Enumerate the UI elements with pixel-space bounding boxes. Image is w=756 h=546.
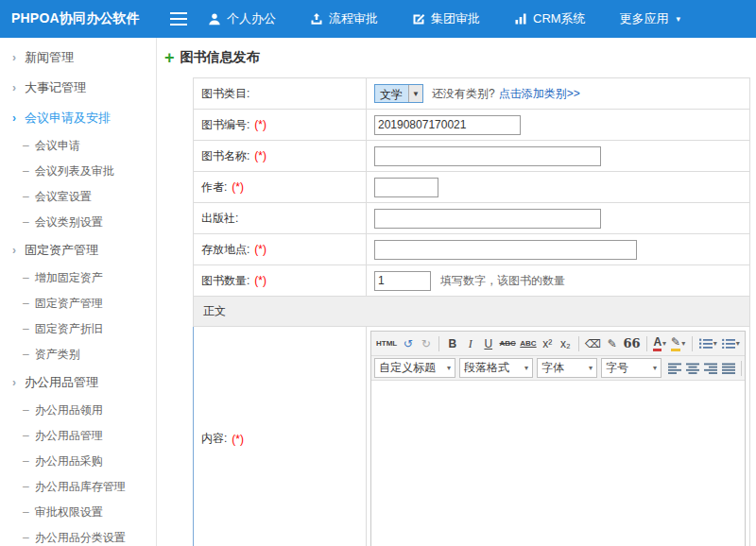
sidebar-item[interactable]: –固定资产管理 [0,291,156,316]
custom-title-select[interactable]: 自定义标题▾ [374,358,455,378]
superscript-button[interactable]: x² [539,334,557,353]
sidebar-group[interactable]: ›办公用品管理 [0,367,156,398]
caret-down-icon: ▾ [653,364,657,372]
undo-button[interactable]: ↺ [399,334,417,353]
align-left-button[interactable] [665,359,683,378]
dash-icon: – [23,322,29,335]
text-input[interactable] [374,271,431,291]
align-justify-button[interactable] [719,359,737,378]
highlight-color-button-glyph: ✎ [671,336,680,351]
sidebar-group-label: 固定资产管理 [25,242,98,259]
paragraph-format-select[interactable]: 段落格式▾ [459,358,533,378]
dash-icon: – [23,454,29,468]
sidebar-item-label: 增加固定资产 [35,271,103,284]
blockquote-button[interactable]: 66 [621,334,642,353]
superscript-button-glyph: x² [542,338,552,350]
subscript-button[interactable]: x₂ [557,334,575,353]
spellcheck-button[interactable]: ABC [518,334,539,353]
strikethrough-button[interactable]: ABC [497,334,518,353]
editor-content-area[interactable] [371,381,745,546]
toolbar-separator [646,336,647,351]
body-section-bar: 正文 [194,297,749,327]
dash-icon: – [23,215,29,229]
sidebar-item[interactable]: –办公用品领用 [0,398,156,423]
content-field-label: 内容: (*) [194,327,367,546]
nav-item-4[interactable]: CRM系统 [514,10,586,27]
book-form: 图书类目:文学▼还没有类别?点击添加类别>>图书编号:(*)图书名称:(*)作者… [193,77,750,546]
toolbar-separator [692,336,693,351]
add-plus-icon: + [164,51,175,64]
font-color-button[interactable]: A▾ [651,334,669,353]
sidebar-item[interactable]: –审批权限设置 [0,500,156,525]
font-family-select[interactable]: 字体▾ [537,358,597,378]
sidebar-item[interactable]: –办公用品管理 [0,423,156,449]
font-color-button-glyph: A [653,336,662,351]
sidebar-group[interactable]: ›大事记管理 [0,73,156,103]
sidebar-item[interactable]: –办公用品采购 [0,449,156,474]
sidebar-menu: ›新闻管理›大事记管理›会议申请及安排–会议申请–会议列表及审批–会议室设置–会… [0,38,157,546]
underline-button-glyph: U [484,338,492,350]
nav-item-1[interactable]: 个人办公 [208,10,276,27]
sidebar-item-label: 固定资产折旧 [35,322,103,335]
html-source-button[interactable]: HTML [374,334,399,353]
redo-button[interactable]: ↻ [417,334,435,353]
unordered-list-button[interactable]: ▾ [719,334,742,353]
remove-format-button[interactable]: ⌫ [583,334,603,353]
dash-icon: – [23,505,29,519]
text-input[interactable] [374,115,521,135]
bold-button[interactable]: B [443,334,461,353]
sidebar-group[interactable]: ›新闻管理 [0,43,156,73]
sidebar-item[interactable]: –会议类别设置 [0,210,156,235]
format-painter-button-glyph: ✎ [608,338,617,350]
align-right-button[interactable] [701,359,719,378]
sidebar-item[interactable]: –资产类别 [0,342,156,367]
caret-down-icon: ▾ [662,339,666,348]
sidebar-item-label: 会议申请 [35,139,80,152]
text-input[interactable] [374,146,601,166]
sidebar-group[interactable]: ›会议申请及安排 [0,103,156,133]
sidebar-group[interactable]: ›固定资产管理 [0,235,156,265]
category-select-value: 文学 [375,85,408,102]
text-input[interactable] [374,240,637,260]
nav-item-5[interactable]: 更多应用▾ [620,10,681,27]
sidebar-item[interactable]: –会议申请 [0,133,156,159]
sidebar-item-label: 会议列表及审批 [35,164,114,178]
sidebar-item[interactable]: –办公用品分类设置 [0,525,156,546]
field-label-text: 存放地点: [201,242,249,258]
page-title: + 图书信息发布 [164,47,750,77]
sidebar-item[interactable]: –会议室设置 [0,184,156,210]
form-row: 存放地点:(*) [194,234,749,265]
align-center-button[interactable] [683,359,701,378]
italic-button[interactable]: I [461,334,479,353]
field-label: 图书名称:(*) [194,141,367,171]
sidebar-item[interactable]: –会议列表及审批 [0,159,156,184]
format-painter-button[interactable]: ✎ [603,334,621,353]
caret-down-icon: ▾ [736,339,740,348]
nav-item-3[interactable]: 集团审批 [412,10,480,27]
underline-button[interactable]: U [479,334,497,353]
field-label-text: 作者: [201,179,227,196]
app-logo: PHPOA协同办公软件 [0,10,157,27]
form-row: 图书编号:(*) [194,110,749,141]
font-size-select[interactable]: 字号▾ [601,358,662,378]
highlight-color-button[interactable]: ✎▾ [669,334,688,353]
dash-icon: – [23,139,29,152]
content-row: 内容: (*) HTML↺↻BIUABCABCx²x₂⌫✎66A▾✎▾▾▾ 自定… [193,327,749,546]
sidebar-item[interactable]: –增加固定资产 [0,265,156,291]
align-right-icon [704,363,717,374]
page-title-text: 图书信息发布 [180,49,260,66]
ordered-list-button[interactable]: ▾ [696,334,719,353]
sidebar-item[interactable]: –固定资产折旧 [0,316,156,342]
category-select[interactable]: 文学▼ [374,84,423,103]
hamburger-menu-icon[interactable] [170,12,187,26]
content-label-text: 内容: [201,431,227,447]
nav-item-2[interactable]: 流程审批 [310,10,378,27]
text-input[interactable] [374,178,438,197]
required-mark: (*) [254,118,266,131]
sidebar-item-label: 固定资产管理 [35,297,103,310]
add-category-link[interactable]: 点击添加类别>> [499,86,580,102]
sidebar-item[interactable]: –办公用品库存管理 [0,474,156,500]
text-input[interactable] [374,209,601,229]
align-left-icon [668,363,681,374]
required-mark: (*) [232,433,244,446]
